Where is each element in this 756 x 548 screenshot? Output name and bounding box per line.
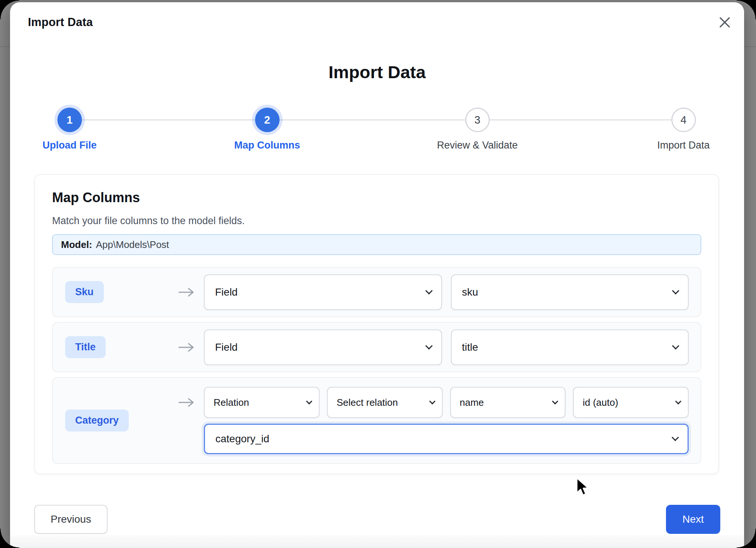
mouse-cursor: [575, 477, 589, 497]
step-label: Map Columns: [234, 140, 300, 151]
previous-button[interactable]: Previous: [34, 505, 108, 534]
mapping-type-value: Relation: [214, 397, 249, 408]
column-pill: Category: [65, 410, 129, 431]
mapping-type-select[interactable]: Field: [204, 274, 442, 310]
close-button[interactable]: [714, 12, 735, 33]
modal-footer-band: [10, 535, 744, 548]
screen-corner: [737, 0, 756, 19]
mapping-type-value: Field: [215, 341, 238, 353]
step-map-columns[interactable]: 2 Map Columns: [234, 108, 300, 151]
model-info-bar: Model: App\Models\Post: [52, 234, 701, 255]
key-field-select[interactable]: id (auto): [573, 387, 689, 418]
target-field-value: sku: [462, 286, 478, 298]
target-field-value: title: [462, 341, 478, 353]
chevron-down-icon: [425, 342, 433, 350]
step-circle[interactable]: 1: [57, 108, 82, 132]
step-circle[interactable]: 4: [671, 108, 696, 132]
model-label: Model:: [61, 239, 92, 251]
foreign-key-value: category_id: [215, 433, 269, 445]
column-pill: Title: [65, 336, 106, 358]
mapping-row-category: Category Relation: [52, 377, 701, 464]
mapping-row-title: Title Field title: [52, 322, 701, 372]
step-label: Import Data: [657, 140, 709, 151]
background-page-edge: [744, 46, 756, 47]
chevron-down-icon: [675, 398, 682, 405]
background-page-edge: [0, 46, 10, 47]
display-field-select[interactable]: name: [450, 387, 566, 418]
chevron-down-icon: [672, 434, 679, 441]
mapping-rows: Sku Field sku: [52, 267, 701, 464]
step-circle[interactable]: 2: [255, 108, 279, 132]
model-value: App\Models\Post: [96, 239, 169, 251]
mapping-type-value: Field: [215, 286, 238, 298]
step-review-validate[interactable]: 3 Review & Validate: [437, 108, 518, 151]
chevron-down-icon: [672, 342, 679, 350]
next-button[interactable]: Next: [666, 505, 720, 534]
target-field-select[interactable]: title: [451, 329, 689, 365]
card-heading: Map Columns: [52, 190, 701, 206]
modal-title: Import Data: [28, 16, 93, 29]
chevron-down-icon: [306, 398, 312, 405]
close-icon: [717, 15, 733, 30]
column-pill-zone: Title: [65, 336, 178, 358]
column-pill: Sku: [65, 281, 104, 303]
arrow-right-icon: [178, 342, 194, 353]
relation-select[interactable]: Select relation: [327, 387, 443, 418]
mapping-type-select[interactable]: Relation: [204, 387, 320, 418]
page-title: Import Data: [10, 62, 744, 82]
step-label: Upload File: [42, 140, 97, 151]
screen-corner: [737, 529, 756, 548]
screen-corner: [0, 0, 19, 19]
chevron-down-icon: [429, 398, 435, 405]
column-pill-zone: Category: [65, 410, 178, 431]
chevron-down-icon: [552, 398, 558, 405]
step-import-data[interactable]: 4 Import Data: [657, 108, 709, 151]
mapping-type-select[interactable]: Field: [204, 329, 442, 365]
foreign-key-select[interactable]: category_id: [204, 424, 689, 454]
step-circle[interactable]: 3: [465, 108, 490, 132]
key-field-value: id (auto): [583, 397, 618, 408]
column-pill-zone: Sku: [65, 281, 178, 303]
map-columns-card: Map Columns Match your file columns to t…: [34, 174, 719, 474]
relation-value: Select relation: [337, 397, 398, 408]
arrow-right-icon: [178, 287, 194, 298]
screen: Import Data Import Data 1 Upload File 2 …: [0, 0, 756, 548]
import-data-modal: Import Data Import Data 1 Upload File 2 …: [10, 2, 744, 548]
card-description: Match your file columns to the model fie…: [52, 215, 701, 227]
mapping-row-sku: Sku Field sku: [52, 267, 701, 317]
chevron-down-icon: [425, 287, 433, 294]
step-label: Review & Validate: [437, 140, 518, 151]
step-upload-file[interactable]: 1 Upload File: [42, 108, 97, 151]
chevron-down-icon: [672, 287, 679, 294]
target-field-select[interactable]: sku: [451, 274, 689, 310]
arrow-right-icon: [178, 397, 194, 408]
display-field-value: name: [460, 397, 484, 408]
stepper-connector: [70, 119, 683, 121]
screen-corner: [0, 529, 19, 548]
